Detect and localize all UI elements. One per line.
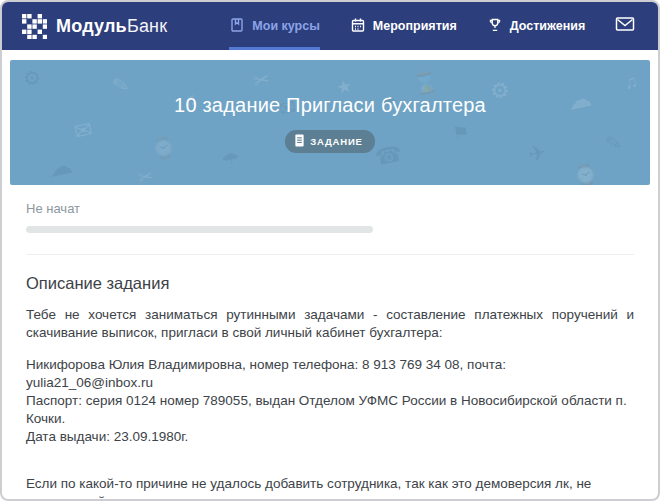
nav-item-label: Мероприятия: [373, 19, 457, 33]
task-type-badge: ЗАДАНИЕ: [285, 130, 374, 153]
status-label: Не начат: [26, 201, 634, 216]
contact-line: Никифорова Юлия Владимировна, номер теле…: [26, 356, 634, 392]
brand-name: МодульБанк: [56, 16, 167, 37]
description-intro: Тебе не хочется заниматься рутинными зад…: [26, 306, 634, 342]
book-icon: [229, 17, 245, 36]
modulbank-logo-icon: [22, 14, 47, 39]
nav-item-my-courses[interactable]: Мои курсы: [229, 2, 320, 50]
task-description-section: Описание задания Тебе не хочется занимат…: [2, 255, 658, 501]
mail-button[interactable]: [615, 16, 635, 36]
hero-banner: ⚙✉☁✎⌚♫☂✂☕★☎⌛⚑⚙✈☁✎♫✉⌚☂✂ 10 задание Пригла…: [10, 60, 650, 185]
nav-item-label: Мои курсы: [252, 19, 320, 33]
nav-item-achievements[interactable]: Достижения: [487, 2, 585, 50]
hero-doodle-pattern: ⚙✉☁✎⌚♫☂✂☕★☎⌛⚑⚙✈☁✎♫✉⌚☂✂: [10, 60, 650, 185]
task-title: 10 задание Пригласи бухгалтера: [174, 94, 486, 117]
top-navbar: МодульБанк Мои курсы: [2, 2, 658, 50]
calendar-icon: [350, 17, 366, 36]
navbar-icon-group: 10: [615, 2, 660, 50]
modulbank-logo[interactable]: МодульБанк: [22, 2, 167, 50]
description-note: Если по какой-то причине не удалось доба…: [26, 475, 634, 501]
nav-item-events[interactable]: Мероприятия: [350, 2, 457, 50]
progress-bar: [26, 226, 373, 233]
mail-icon: [615, 16, 635, 36]
description-heading: Описание задания: [26, 274, 634, 292]
app-window: МодульБанк Мои курсы: [0, 0, 660, 501]
contact-details: Никифорова Юлия Владимировна, номер теле…: [26, 356, 634, 446]
trophy-icon: [487, 17, 503, 36]
task-badge-label: ЗАДАНИЕ: [310, 136, 362, 147]
nav-item-label: Достижения: [510, 19, 585, 33]
contact-line: Паспорт: серия 0124 номер 789055, выдан …: [26, 392, 634, 428]
main-nav: Мои курсы Мероприятия: [229, 2, 615, 50]
contact-line: Дата выдачи: 23.09.1980г.: [26, 428, 634, 446]
document-icon: [294, 134, 305, 149]
progress-section: Не начат: [2, 185, 658, 233]
